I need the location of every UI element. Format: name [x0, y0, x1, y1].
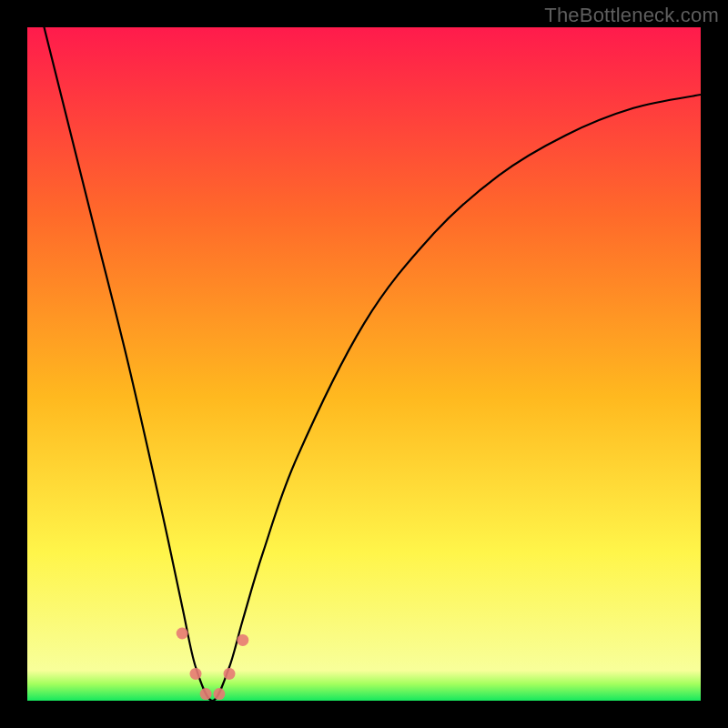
- marker-dot: [224, 668, 236, 680]
- watermark-text: TheBottleneck.com: [544, 4, 719, 27]
- marker-dot: [190, 668, 202, 680]
- chart-plot-area: [27, 27, 701, 701]
- marker-dot: [237, 634, 248, 646]
- marker-dot: [177, 628, 188, 640]
- chart-svg: [27, 27, 701, 701]
- outer-frame: TheBottleneck.com: [0, 0, 728, 728]
- marker-dot: [200, 688, 212, 700]
- marker-dot: [213, 688, 225, 700]
